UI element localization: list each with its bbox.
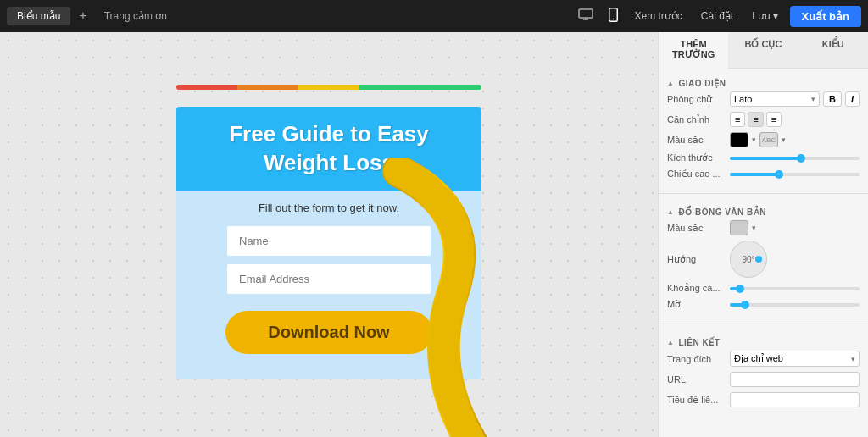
appearance-label: GIAO DIỆN xyxy=(678,79,726,88)
text-color-swatch[interactable] xyxy=(730,132,748,147)
svg-rect-0 xyxy=(579,9,593,18)
dest-chevron: ▾ xyxy=(851,355,855,363)
align-left-button[interactable]: ≡ xyxy=(730,112,745,127)
shadow-blur-row: Mờ xyxy=(667,299,860,310)
height-fill xyxy=(730,173,779,176)
size-label: Kích thước xyxy=(667,152,725,163)
shadow-dist-slider[interactable] xyxy=(730,287,860,290)
link-title-label: Tiêu đề liê... xyxy=(667,395,725,406)
progress-bar xyxy=(176,85,481,90)
size-value xyxy=(730,157,860,160)
form-title: Free Guide to Easy Weight Loss xyxy=(176,107,481,191)
progress-red xyxy=(176,85,237,90)
shadow-blur-slider[interactable] xyxy=(730,303,860,307)
link-section: ▲ LIÊN KẾT Trang đích Địa chỉ web ▾ URL xyxy=(659,328,868,418)
top-bar-actions: Xem trước Cài đặt Lưu ▾ Xuất bản xyxy=(573,6,862,27)
divider-2 xyxy=(659,324,868,324)
preview-button[interactable]: Xem trước xyxy=(628,7,689,25)
shadow-color-chevron: ▾ xyxy=(752,224,756,232)
chevron-down-icon: ▾ xyxy=(773,10,778,22)
tab-bieu-mau[interactable]: Biểu mẫu xyxy=(7,7,70,25)
shadow-blur-value xyxy=(730,303,860,307)
align-row: Căn chỉnh ≡ ≡ ≡ xyxy=(667,112,860,127)
triangle-icon: ▲ xyxy=(667,80,674,87)
tab-cam-on[interactable]: Trang cảm ơn xyxy=(96,7,175,25)
bg-chevron: ▾ xyxy=(782,136,786,144)
shadow-dist-thumb[interactable] xyxy=(736,285,744,293)
url-row: URL xyxy=(667,372,860,387)
save-button[interactable]: Lưu ▾ xyxy=(745,7,784,25)
link-header: ▲ LIÊN KẾT xyxy=(667,333,860,351)
chevron-icon: ▾ xyxy=(811,95,815,103)
progress-orange xyxy=(237,85,298,90)
email-input[interactable] xyxy=(227,264,431,294)
shadow-dist-row: Khoảng cá... xyxy=(667,283,860,294)
color-value: ▾ ABC ▾ xyxy=(730,132,860,147)
dest-select[interactable]: Địa chỉ web ▾ xyxy=(730,351,860,367)
align-label: Căn chỉnh xyxy=(667,114,725,125)
shadow-color-value: ▾ xyxy=(730,220,860,235)
shadow-dist-value xyxy=(730,287,860,290)
publish-button[interactable]: Xuất bản xyxy=(790,6,861,27)
tab-add-button[interactable]: + xyxy=(74,7,92,25)
shadow-blur-label: Mờ xyxy=(667,299,725,310)
dest-label: Trang đích xyxy=(667,354,725,364)
url-input[interactable] xyxy=(730,372,860,387)
appearance-section: ▲ GIAO DIỆN Phông chữ Lato ▾ B I Căn chỉ… xyxy=(659,69,868,190)
height-value xyxy=(730,173,860,176)
font-select[interactable]: Lato ▾ xyxy=(730,91,820,107)
link-title-value xyxy=(730,392,860,407)
dial-dot xyxy=(755,256,762,263)
tab-them-truong[interactable]: THÊM TRƯỜNG xyxy=(659,32,728,69)
shadow-color-swatch[interactable] xyxy=(730,220,748,235)
tab-kieu[interactable]: KIỂU xyxy=(798,32,868,68)
bg-color-swatch[interactable]: ABC xyxy=(760,132,778,147)
size-row: Kích thước xyxy=(667,152,860,163)
panel-tabs: THÊM TRƯỜNG BỐ CỤC KIỂU xyxy=(659,32,868,69)
shadow-header: ▲ ĐỔ BÓNG VĂN BẢN xyxy=(667,202,860,220)
shadow-dir-value: 90° xyxy=(730,241,860,278)
align-group: ≡ ≡ ≡ xyxy=(730,112,782,127)
shadow-label: ĐỔ BÓNG VĂN BẢN xyxy=(678,207,766,217)
height-thumb[interactable] xyxy=(775,170,783,179)
progress-yellow xyxy=(298,85,359,90)
dest-row: Trang đích Địa chỉ web ▾ xyxy=(667,351,860,367)
divider-1 xyxy=(659,193,868,194)
shadow-color-label: Màu sắc xyxy=(667,223,725,234)
color-chevron: ▾ xyxy=(752,136,756,144)
align-center-button[interactable]: ≡ xyxy=(748,112,763,127)
link-label: LIÊN KẾT xyxy=(678,338,720,347)
link-title-row: Tiêu đề liê... xyxy=(667,392,860,407)
desktop-icon[interactable] xyxy=(573,7,598,25)
mobile-icon[interactable] xyxy=(604,6,623,27)
canvas-area[interactable]: Free Guide to Easy Weight Loss Fill out … xyxy=(0,32,658,437)
name-input[interactable] xyxy=(227,226,431,256)
settings-button[interactable]: Cài đặt xyxy=(694,7,740,25)
color-row: Màu sắc ▾ ABC ▾ xyxy=(667,132,860,147)
main-layout: Free Guide to Easy Weight Loss Fill out … xyxy=(0,32,868,437)
link-title-input[interactable] xyxy=(730,392,860,407)
shadow-color-row: Màu sắc ▾ xyxy=(667,220,860,235)
shadow-dist-label: Khoảng cá... xyxy=(667,283,725,294)
height-row: Chiều cao ... xyxy=(667,169,860,180)
tab-bo-cuc[interactable]: BỐ CỤC xyxy=(728,32,798,68)
size-thumb[interactable] xyxy=(797,154,805,163)
download-button[interactable]: Download Now xyxy=(225,311,431,354)
bold-button[interactable]: B xyxy=(823,91,842,107)
tape-measure-decoration xyxy=(371,158,507,437)
progress-green xyxy=(359,85,481,90)
svg-point-4 xyxy=(612,18,614,19)
size-fill xyxy=(730,157,801,160)
height-label: Chiều cao ... xyxy=(667,169,725,180)
size-slider[interactable] xyxy=(730,157,860,160)
align-right-button[interactable]: ≡ xyxy=(766,112,782,127)
italic-button[interactable]: I xyxy=(845,91,860,107)
shadow-dir-row: Hướng 90° xyxy=(667,241,860,278)
font-row: Phông chữ Lato ▾ B I xyxy=(667,91,860,107)
height-slider[interactable] xyxy=(730,173,860,176)
dial-angle-label: 90° xyxy=(742,255,754,264)
form-widget: Free Guide to Easy Weight Loss Fill out … xyxy=(176,107,481,379)
shadow-dir-label: Hướng xyxy=(667,254,725,265)
shadow-dial[interactable]: 90° xyxy=(730,241,767,278)
shadow-blur-thumb[interactable] xyxy=(741,301,749,309)
